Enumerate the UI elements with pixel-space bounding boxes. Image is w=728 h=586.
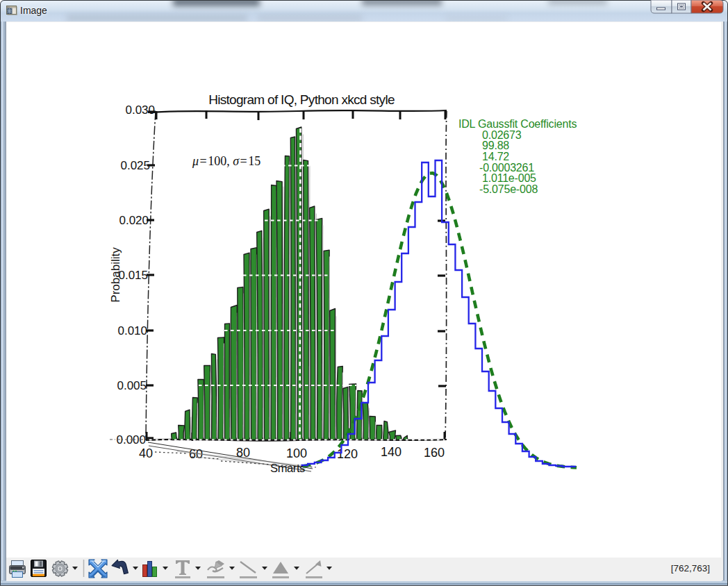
svg-text:14.72: 14.72 bbox=[482, 151, 509, 162]
svg-text:Probability: Probability bbox=[109, 247, 122, 303]
svg-text:0.025: 0.025 bbox=[120, 159, 150, 172]
svg-text:0.030: 0.030 bbox=[125, 103, 155, 117]
svg-text:0.020: 0.020 bbox=[119, 214, 149, 227]
svg-text:0.005: 0.005 bbox=[117, 379, 147, 392]
svg-text:100: 100 bbox=[286, 446, 307, 460]
svg-text:Smarts: Smarts bbox=[270, 462, 305, 474]
svg-text:1.011e-005: 1.011e-005 bbox=[482, 172, 536, 184]
svg-text:-5.075e-008: -5.075e-008 bbox=[479, 183, 538, 195]
svg-text:Histogram of IQ, Python xkcd s: Histogram of IQ, Python xkcd style bbox=[208, 92, 395, 107]
svg-text:IDL Gaussfit Coefficients: IDL Gaussfit Coefficients bbox=[458, 118, 577, 130]
svg-text:40: 40 bbox=[139, 446, 153, 460]
svg-text:μ = 100, σ = 15: μ = 100, σ = 15 bbox=[192, 154, 260, 168]
svg-text:0.015: 0.015 bbox=[118, 269, 148, 282]
svg-text:160: 160 bbox=[424, 446, 445, 460]
svg-text:120: 120 bbox=[337, 447, 358, 461]
svg-text:99.88: 99.88 bbox=[482, 140, 509, 151]
svg-text:0.010: 0.010 bbox=[117, 324, 147, 337]
svg-text:140: 140 bbox=[381, 445, 402, 459]
